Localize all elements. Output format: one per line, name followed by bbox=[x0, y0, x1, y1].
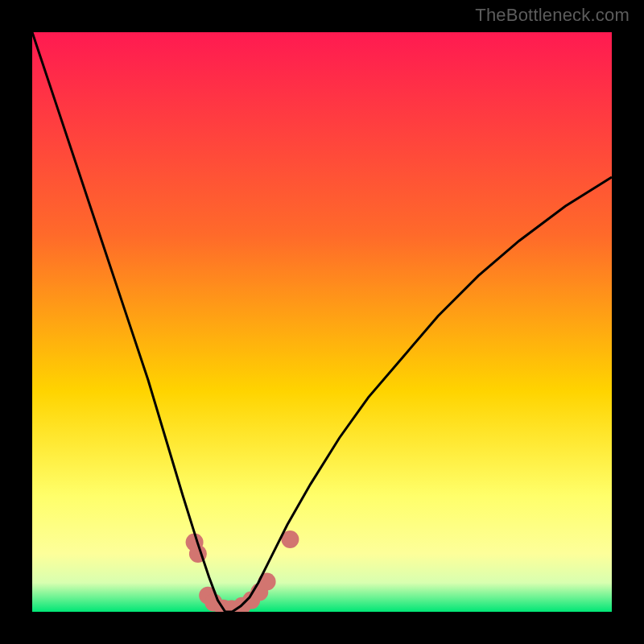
plot-area bbox=[32, 32, 612, 612]
chart-frame: TheBottleneck.com bbox=[0, 0, 644, 644]
data-markers bbox=[186, 530, 299, 612]
curve-layer bbox=[32, 32, 612, 612]
watermark-text: TheBottleneck.com bbox=[475, 5, 630, 26]
bottleneck-curve bbox=[32, 32, 612, 612]
